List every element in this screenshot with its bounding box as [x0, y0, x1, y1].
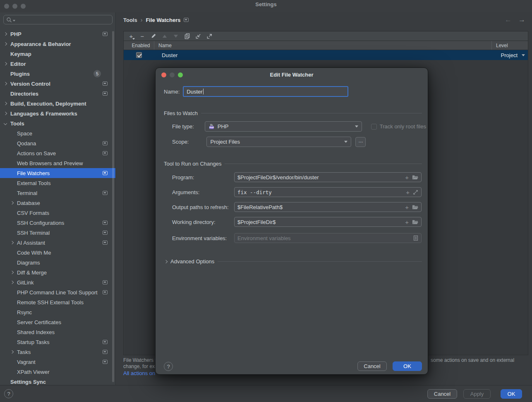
column-header-level[interactable]: Level	[492, 41, 527, 50]
search-input[interactable]	[3, 15, 113, 24]
sidebar-item-gitlink[interactable]: GitLink	[0, 277, 116, 287]
sidebar-item-php-command-line-tool-support[interactable]: PHP Command Line Tool Support	[0, 287, 116, 297]
all-actions-link[interactable]: All actions on	[123, 370, 155, 376]
chevron-down-icon[interactable]	[4, 122, 7, 125]
back-arrow-icon[interactable]: ←	[505, 16, 512, 24]
sidebar-item-editor[interactable]: Editor	[0, 59, 116, 69]
chevron-right-icon[interactable]	[10, 350, 14, 354]
sidebar-item-qodana[interactable]: Qodana	[0, 138, 116, 148]
sidebar-item-plugins[interactable]: Plugins5	[0, 69, 116, 79]
sidebar-item-label: Editor	[10, 61, 26, 67]
arguments-input[interactable]: fix --dirty +	[234, 187, 422, 197]
chevron-right-icon[interactable]	[4, 42, 7, 46]
sidebar-item-php[interactable]: PHP	[0, 29, 116, 39]
sidebar-scrollbar[interactable]	[112, 31, 114, 382]
chevron-right-icon[interactable]	[4, 62, 7, 65]
ok-button[interactable]: OK	[501, 389, 522, 399]
edit-pencil-icon[interactable]	[150, 33, 157, 39]
watcher-name-cell[interactable]: Duster	[154, 52, 492, 58]
sidebar-item-directories[interactable]: Directories	[0, 89, 116, 99]
sidebar-item-label: Plugins	[10, 71, 30, 77]
export-icon[interactable]	[206, 33, 213, 39]
sidebar-item-terminal[interactable]: Terminal	[0, 188, 116, 198]
name-input[interactable]: Duster	[183, 86, 348, 97]
advanced-options-toggle[interactable]: Advanced Options	[164, 258, 422, 265]
sidebar-item-database[interactable]: Database	[0, 198, 116, 208]
sidebar-item-ai-assistant[interactable]: AI Assistant	[0, 238, 116, 248]
sidebar-item-tasks[interactable]: Tasks	[0, 347, 116, 357]
chevron-right-icon[interactable]	[4, 112, 7, 115]
sidebar-item-actions-on-save[interactable]: Actions on Save	[0, 148, 116, 158]
insert-macro-icon[interactable]: +	[405, 204, 409, 211]
sidebar-item-languages-frameworks[interactable]: Languages & Frameworks	[0, 108, 116, 118]
sidebar-item-shared-indexes[interactable]: Shared Indexes	[0, 327, 116, 337]
search-history-caret-icon[interactable]	[13, 20, 15, 22]
sidebar-item-ssh-configurations[interactable]: SSH Configurations	[0, 218, 116, 228]
sidebar-item-web-browsers-and-preview[interactable]: Web Browsers and Preview	[0, 158, 116, 168]
chevron-right-icon[interactable]	[4, 102, 7, 105]
sidebar-item-version-control[interactable]: Version Control	[0, 79, 116, 89]
edit-variables-icon[interactable]	[413, 235, 418, 241]
sidebar-item-appearance-behavior[interactable]: Appearance & Behavior	[0, 39, 116, 49]
column-header-enabled[interactable]: Enabled	[124, 41, 154, 50]
dialog-ok-button[interactable]: OK	[393, 361, 422, 371]
sidebar-item-file-watchers[interactable]: File Watchers	[0, 168, 116, 178]
chevron-right-icon[interactable]	[10, 241, 14, 244]
breadcrumb-parent[interactable]: Tools	[123, 17, 137, 23]
sidebar-item-startup-tasks[interactable]: Startup Tasks	[0, 337, 116, 347]
insert-macro-icon[interactable]: +	[405, 219, 409, 226]
sidebar-item-diff-merge[interactable]: Diff & Merge	[0, 267, 116, 277]
sidebar-item-tools[interactable]: Tools	[0, 118, 116, 128]
sidebar-item-diagrams[interactable]: Diagrams	[0, 258, 116, 267]
description-text-left-2: change, for exa	[123, 363, 158, 369]
column-header-name[interactable]: Name	[154, 41, 492, 50]
browse-folder-icon[interactable]	[412, 175, 418, 180]
sidebar-item-settings-sync[interactable]: Settings Sync	[0, 377, 116, 385]
sidebar-item-vagrant[interactable]: Vagrant	[0, 357, 116, 367]
cancel-button[interactable]: Cancel	[427, 389, 457, 399]
sidebar-item-rsync[interactable]: Rsync	[0, 307, 116, 317]
sidebar-item-remote-ssh-external-tools[interactable]: Remote SSH External Tools	[0, 297, 116, 307]
add-icon[interactable]: +	[128, 33, 134, 39]
browse-folder-icon[interactable]	[412, 205, 418, 210]
expand-field-icon[interactable]	[413, 190, 418, 195]
watcher-level-cell[interactable]: Project	[501, 52, 518, 58]
level-dropdown-icon[interactable]	[522, 54, 525, 56]
help-button[interactable]: ?	[4, 389, 13, 398]
output-paths-input[interactable]: $FileRelativePath$ +	[234, 202, 422, 212]
scope-select[interactable]: Project Files	[206, 137, 351, 147]
sidebar-item-server-certificates[interactable]: Server Certificates	[0, 317, 116, 327]
sidebar-item-keymap[interactable]: Keymap	[0, 49, 116, 59]
chevron-right-icon[interactable]	[4, 82, 7, 85]
sidebar-item-code-with-me[interactable]: Code With Me	[0, 248, 116, 258]
chevron-right-icon[interactable]	[164, 260, 168, 263]
chevron-right-icon[interactable]	[10, 201, 14, 205]
sidebar-item-ssh-terminal[interactable]: SSH Terminal	[0, 228, 116, 238]
import-icon[interactable]	[195, 33, 201, 39]
duplicate-icon[interactable]	[184, 33, 190, 39]
insert-macro-icon[interactable]: +	[405, 174, 409, 181]
chevron-right-icon[interactable]	[10, 281, 14, 284]
scope-browse-button[interactable]: ...	[355, 137, 366, 147]
sidebar-item-csv-formats[interactable]: CSV Formats	[0, 208, 116, 218]
chevron-right-icon[interactable]	[10, 271, 14, 274]
sidebar-item-label: SSH Configurations	[17, 220, 64, 226]
insert-macro-icon[interactable]: +	[406, 189, 410, 196]
table-row[interactable]: Duster Project	[124, 50, 528, 60]
sidebar-item-label: Actions on Save	[17, 150, 56, 156]
sidebar-item-space[interactable]: Space	[0, 128, 116, 138]
sidebar-item-external-tools[interactable]: External Tools	[0, 178, 116, 188]
forward-arrow-icon[interactable]: →	[518, 16, 525, 24]
remove-icon[interactable]: −	[139, 33, 146, 39]
sidebar-item-xpath-viewer[interactable]: XPath Viewer	[0, 367, 116, 377]
sidebar-item-build-execution-deployment[interactable]: Build, Execution, Deployment	[0, 99, 116, 108]
chevron-right-icon[interactable]	[4, 32, 7, 36]
working-directory-input[interactable]: $ProjectFileDir$ +	[234, 217, 422, 227]
environment-variables-input[interactable]: Environment variables	[234, 233, 422, 243]
browse-folder-icon[interactable]	[412, 219, 418, 225]
dialog-help-button[interactable]: ?	[164, 362, 173, 371]
program-input[interactable]: $ProjectFileDir$/vendor/bin/duster +	[234, 172, 422, 182]
file-type-select[interactable]: PHP PHP	[205, 121, 362, 132]
dialog-cancel-button[interactable]: Cancel	[357, 361, 387, 371]
enabled-checkbox[interactable]	[136, 52, 142, 58]
